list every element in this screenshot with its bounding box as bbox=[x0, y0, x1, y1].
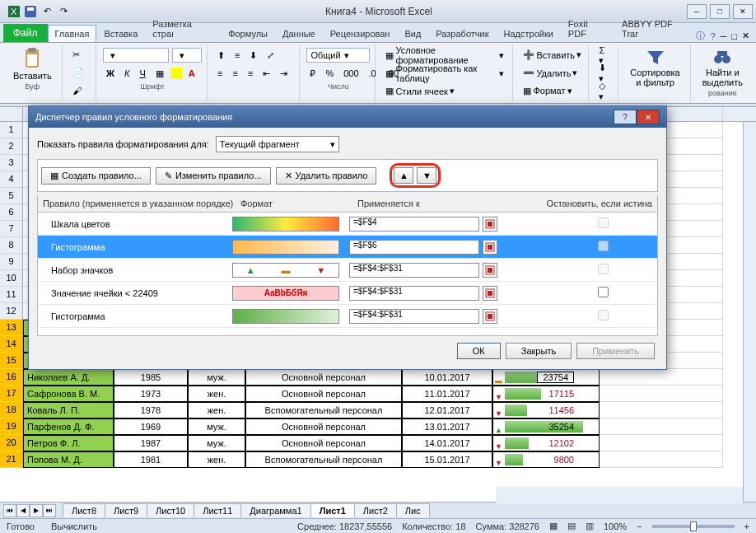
vertical-scrollbar[interactable] bbox=[743, 122, 756, 502]
cell[interactable]: Основной персонал bbox=[245, 386, 402, 402]
grid-row[interactable]: 20Петров Ф. Л.1987муж.Основной персонал1… bbox=[0, 435, 756, 451]
grid-row[interactable]: 19Парфенов Д. Ф.1969муж.Основной персона… bbox=[0, 418, 756, 435]
row-header[interactable]: 20 bbox=[0, 435, 23, 451]
cell[interactable]: муж. bbox=[188, 369, 245, 386]
ribbon-tab-8[interactable]: Надстройки bbox=[497, 25, 561, 42]
row-header[interactable]: 6 bbox=[0, 204, 23, 221]
sheet-tab[interactable]: Лист9 bbox=[105, 503, 147, 517]
sheet-tab[interactable]: Лист2 bbox=[354, 503, 397, 517]
select-all-corner[interactable] bbox=[0, 107, 23, 121]
range-picker-icon[interactable] bbox=[483, 263, 497, 278]
currency-icon[interactable]: ₽ bbox=[306, 67, 319, 81]
zoom-in-button[interactable]: + bbox=[744, 521, 749, 531]
align-mid-icon[interactable]: ≡ bbox=[231, 49, 243, 62]
row-header[interactable]: 15 bbox=[0, 353, 23, 369]
ribbon-tab-0[interactable]: Главная bbox=[48, 25, 97, 42]
ribbon-tab-9[interactable]: Foxit PDF bbox=[561, 15, 614, 42]
paste-button[interactable]: Вставить bbox=[8, 46, 57, 82]
close-button[interactable]: Закрыть bbox=[506, 343, 572, 359]
rule-row[interactable]: Шкала цветов=$F$4 bbox=[38, 213, 657, 236]
dialog-help-button[interactable]: ? bbox=[614, 110, 637, 124]
cell[interactable]: Попова М. Д. bbox=[23, 451, 114, 468]
excel-icon[interactable]: X bbox=[7, 4, 21, 19]
row-header[interactable]: 16 bbox=[0, 369, 23, 386]
font-color-icon[interactable]: A bbox=[185, 67, 198, 80]
cell[interactable] bbox=[600, 418, 723, 435]
underline-icon[interactable]: Ч bbox=[136, 67, 148, 80]
row-header[interactable]: 14 bbox=[0, 336, 23, 353]
edit-rule-button[interactable]: ✎Изменить правило... bbox=[156, 167, 271, 185]
range-picker-icon[interactable] bbox=[483, 240, 497, 255]
cell[interactable]: жен. bbox=[188, 451, 245, 468]
sheet-prev-button[interactable]: ◀ bbox=[16, 504, 30, 517]
new-rule-button[interactable]: ▦Создать правило... bbox=[41, 167, 151, 185]
number-format-combo[interactable]: Общий▾ bbox=[306, 48, 370, 63]
status-calculate[interactable]: Вычислить bbox=[51, 521, 97, 531]
scope-select[interactable]: Текущий фрагмент▾ bbox=[216, 136, 339, 152]
orientation-icon[interactable]: ⤢ bbox=[264, 49, 278, 63]
zoom-slider[interactable] bbox=[652, 525, 735, 528]
dialog-close-button[interactable]: ✕ bbox=[637, 110, 660, 124]
row-header[interactable]: 3 bbox=[0, 155, 23, 171]
format-button[interactable]: ▦ Формат ▾ bbox=[520, 84, 575, 98]
range-picker-icon[interactable] bbox=[483, 217, 497, 231]
view-normal-icon[interactable]: ▦ bbox=[549, 521, 558, 531]
sheet-last-button[interactable]: ⏭ bbox=[43, 504, 56, 517]
cell[interactable]: Николаев А. Д. bbox=[23, 369, 114, 386]
bold-icon[interactable]: Ж bbox=[103, 67, 118, 80]
row-header[interactable]: 7 bbox=[0, 221, 23, 237]
row-header[interactable]: 4 bbox=[0, 171, 23, 188]
doc-restore-icon[interactable]: □ bbox=[731, 31, 737, 41]
cell[interactable]: муж. bbox=[188, 435, 245, 451]
row-header[interactable]: 5 bbox=[0, 188, 23, 204]
value-cell[interactable]: ▼17115 bbox=[492, 386, 600, 402]
cell[interactable]: 1969 bbox=[114, 418, 188, 435]
format-painter-icon[interactable]: 🖌 bbox=[69, 84, 85, 97]
cell[interactable]: 13.01.2017 bbox=[402, 418, 492, 435]
zoom-out-button[interactable]: − bbox=[637, 521, 642, 531]
sheet-tab[interactable]: Лиc bbox=[396, 503, 430, 517]
move-rule-down-button[interactable]: ▼ bbox=[417, 167, 436, 184]
view-pagebreak-icon[interactable]: ▥ bbox=[586, 521, 594, 531]
sheet-tab[interactable]: Диаграмма1 bbox=[240, 503, 310, 517]
cell-styles-button[interactable]: ▦ Стили ячеек ▾ bbox=[382, 84, 457, 98]
rule-row[interactable]: Гистограмма=$F$4:$F$31 bbox=[38, 305, 657, 328]
row-header[interactable]: 12 bbox=[0, 303, 23, 320]
ribbon-minimize-icon[interactable]: ⓘ bbox=[696, 30, 705, 42]
sheet-tab[interactable]: Лист8 bbox=[63, 503, 105, 517]
range-input[interactable]: =$F$4:$F$31 bbox=[349, 286, 479, 301]
find-select-button[interactable]: Найти и выделить bbox=[698, 46, 748, 89]
cell[interactable]: 14.01.2017 bbox=[402, 435, 492, 451]
ribbon-tab-5[interactable]: Рецензирован bbox=[323, 25, 398, 42]
comma-icon[interactable]: 000 bbox=[340, 67, 362, 80]
horizontal-scrollbar[interactable] bbox=[496, 487, 743, 503]
sheet-tab[interactable]: Лист10 bbox=[147, 503, 194, 517]
sheet-first-button[interactable]: ⏮ bbox=[3, 504, 16, 517]
rule-row[interactable]: Значение ячейки < 22409AaBbБбЯя=$F$4:$F$… bbox=[38, 282, 657, 305]
grid-row[interactable]: 17Сафронова В. М.1973жен.Основной персон… bbox=[0, 386, 756, 402]
ribbon-tab-1[interactable]: Вставка bbox=[96, 25, 145, 42]
copy-icon[interactable]: 📄 bbox=[69, 66, 87, 80]
row-header[interactable]: 10 bbox=[0, 270, 23, 287]
range-picker-icon[interactable] bbox=[483, 286, 497, 301]
align-top-icon[interactable]: ⬆ bbox=[214, 49, 228, 63]
row-header[interactable]: 1 bbox=[0, 122, 23, 138]
align-bot-icon[interactable]: ⬇ bbox=[246, 49, 260, 63]
file-tab[interactable]: Файл bbox=[3, 24, 48, 42]
cell[interactable]: Основной персонал bbox=[245, 369, 402, 386]
cell[interactable] bbox=[600, 451, 723, 468]
range-picker-icon[interactable] bbox=[483, 309, 497, 324]
cell[interactable] bbox=[600, 435, 723, 451]
cell[interactable]: 1973 bbox=[114, 386, 188, 402]
cell[interactable]: Основной персонал bbox=[245, 435, 402, 451]
rules-list[interactable]: Шкала цветов=$F$4Гистограмма=$F$6Набор з… bbox=[37, 213, 658, 336]
stop-if-true-checkbox[interactable] bbox=[553, 287, 652, 299]
fill-color-icon[interactable] bbox=[170, 68, 182, 79]
doc-minimize-icon[interactable]: ─ bbox=[721, 31, 727, 41]
save-icon[interactable] bbox=[23, 4, 38, 19]
cell[interactable]: жен. bbox=[188, 402, 245, 418]
indent-inc-icon[interactable]: ⇥ bbox=[277, 67, 291, 81]
value-cell[interactable]: ▼12102 bbox=[492, 435, 600, 451]
row-header[interactable]: 2 bbox=[0, 138, 23, 155]
move-rule-up-button[interactable]: ▲ bbox=[394, 167, 413, 184]
